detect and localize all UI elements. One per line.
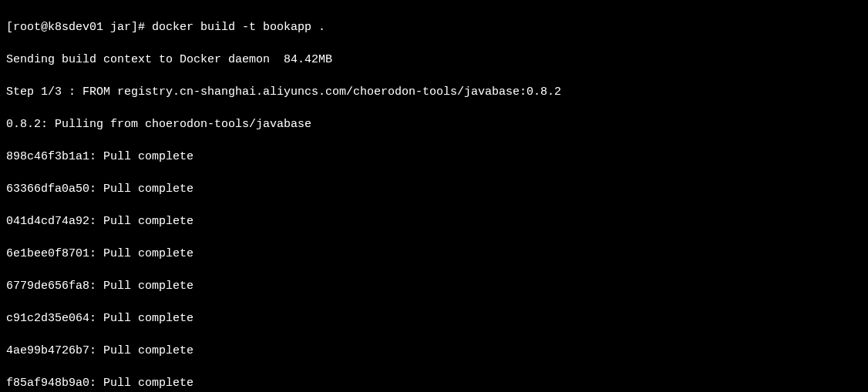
shell-command: docker build -t bookapp . [152, 21, 325, 34]
output-line: 0.8.2: Pulling from choerodon-tools/java… [6, 116, 862, 132]
terminal-output: [root@k8sdev01 jar]# docker build -t boo… [6, 3, 862, 392]
output-line: Sending build context to Docker daemon 8… [6, 52, 862, 68]
output-line: 041d4cd74a92: Pull complete [6, 213, 862, 230]
command-line: [root@k8sdev01 jar]# docker build -t boo… [6, 19, 862, 35]
output-line: Step 1/3 : FROM registry.cn-shanghai.ali… [6, 84, 862, 100]
output-line: f85af948b9a0: Pull complete [6, 375, 862, 391]
output-line: 6e1bee0f8701: Pull complete [6, 246, 862, 262]
output-line: c91c2d35e064: Pull complete [6, 310, 862, 327]
output-line: 4ae99b4726b7: Pull complete [6, 343, 862, 359]
output-line: 6779de656fa8: Pull complete [6, 278, 862, 294]
output-line: 898c46f3b1a1: Pull complete [6, 149, 862, 165]
shell-prompt: [root@k8sdev01 jar]# [6, 21, 152, 34]
output-line: 63366dfa0a50: Pull complete [6, 181, 862, 197]
